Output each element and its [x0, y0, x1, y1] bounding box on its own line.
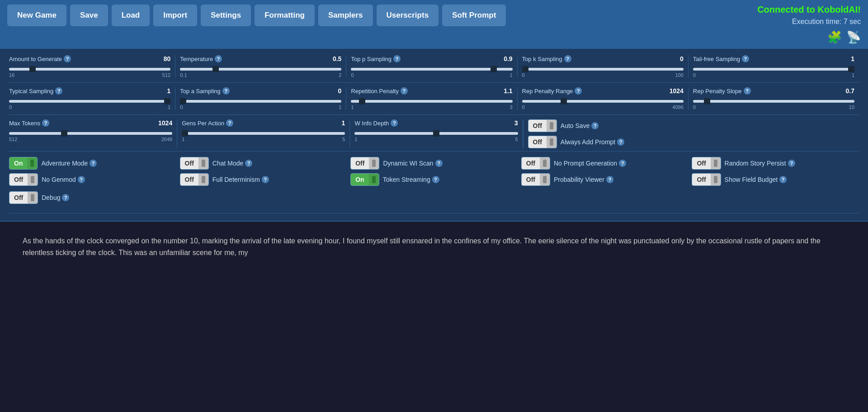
import-button[interactable]: Import	[153, 5, 197, 26]
help-icon[interactable]: ?	[64, 55, 71, 62]
help-icon[interactable]: ?	[42, 119, 49, 127]
toggle-auto-save[interactable]: Off	[528, 119, 557, 132]
slider-track[interactable]	[522, 100, 684, 103]
slider-value: 80	[164, 55, 171, 62]
help-icon[interactable]: ?	[575, 87, 582, 95]
help-icon-full-determinism[interactable]: ?	[262, 176, 269, 183]
slider-range: 0100	[522, 72, 684, 78]
samplers-button[interactable]: Samplers	[318, 5, 373, 26]
slider-track[interactable]	[351, 68, 512, 71]
toggle-label-debug: Debug ?	[42, 194, 69, 201]
help-icon-show-field-budget[interactable]: ?	[779, 176, 787, 183]
slider-value: 0.7	[846, 87, 854, 95]
slider-range: 01	[9, 104, 170, 110]
toggles-row-2: OffNo Genmod ?OffFull Determinism ?OnTok…	[9, 173, 859, 186]
divider-2	[9, 213, 859, 213]
puzzle-icon[interactable]: 🧩	[827, 30, 842, 44]
help-icon-no-genmod[interactable]: ?	[78, 176, 85, 183]
toggle-show-field-budget[interactable]: Off	[692, 173, 721, 186]
help-icon[interactable]: ?	[391, 119, 398, 127]
slider-label: Max Tokens ?	[9, 119, 49, 127]
slider-value: 0	[338, 87, 342, 95]
formatting-button[interactable]: Formatting	[255, 5, 315, 26]
slider-track[interactable]	[180, 68, 341, 71]
save-button[interactable]: Save	[70, 5, 108, 26]
toggle-always-add-prompt[interactable]: Off	[528, 136, 557, 148]
header: New Game Save Load Import Settings Forma…	[0, 0, 868, 49]
help-icon[interactable]: ?	[742, 55, 749, 62]
broadcast-icon[interactable]: 📡	[846, 30, 861, 44]
slider-gens-per-action: Gens Per Action ?115	[177, 119, 350, 148]
help-icon-random-story[interactable]: ?	[788, 160, 795, 167]
load-button[interactable]: Load	[112, 5, 150, 26]
slider-label: Rep Penalty Slope ?	[693, 87, 751, 95]
slider-track[interactable]	[180, 100, 341, 103]
toggle-group-dynamic-wi-scan: OffDynamic WI Scan ?	[347, 157, 518, 170]
help-icon[interactable]: ?	[564, 55, 571, 62]
toggle-group-chat-mode: OffChat Mode ?	[176, 157, 347, 170]
new-game-button[interactable]: New Game	[7, 5, 66, 26]
slider-label: Amount to Generate ?	[9, 55, 71, 62]
slider-track[interactable]	[693, 100, 854, 103]
help-icon-debug[interactable]: ?	[62, 194, 69, 201]
help-icon-dynamic-wi-scan[interactable]: ?	[435, 160, 443, 167]
toggle-no-prompt-gen[interactable]: Off	[521, 157, 550, 170]
slider-rep-penalty-slope: Rep Penalty Slope ?0.7010	[689, 87, 859, 110]
slider-value: 3	[514, 119, 518, 127]
soft-prompt-button[interactable]: Soft Prompt	[442, 5, 506, 26]
help-icon[interactable]: ?	[401, 87, 408, 95]
help-icon[interactable]: ?	[55, 87, 62, 95]
slider-track[interactable]	[182, 132, 345, 135]
slider-label: Temperature ?	[180, 55, 222, 62]
toggle-group-token-streaming: OnToken Streaming ?	[347, 173, 518, 186]
divider-1	[9, 151, 859, 152]
help-icon-chat-mode[interactable]: ?	[245, 160, 252, 167]
help-icon[interactable]: ?	[226, 119, 233, 127]
slider-track[interactable]	[354, 132, 518, 135]
help-icon[interactable]: ?	[215, 55, 222, 62]
help-icon-token-streaming[interactable]: ?	[432, 176, 439, 183]
toggle-group-always-add-prompt: OffAlways Add Prompt ?	[528, 136, 854, 148]
slider-track[interactable]	[9, 132, 172, 135]
toggle-debug[interactable]: Off	[9, 191, 38, 204]
slider-temperature: Temperature ?0.50.12	[175, 55, 346, 78]
extra-toggles: OffAuto Save ?OffAlways Add Prompt ?	[523, 119, 859, 148]
toggle-adventure-mode[interactable]: On	[9, 157, 38, 170]
toggle-label-chat-mode: Chat Mode ?	[212, 160, 252, 167]
slider-top-k-sampling: Top k Sampling ?00100	[518, 55, 689, 78]
slider-value: 1	[167, 87, 170, 95]
userscripts-button[interactable]: Userscripts	[377, 5, 439, 26]
toggle-dynamic-wi-scan[interactable]: Off	[350, 157, 379, 170]
slider-label: Tail-free Sampling ?	[693, 55, 749, 62]
help-icon[interactable]: ?	[393, 55, 401, 62]
toggle-probability-viewer[interactable]: Off	[521, 173, 550, 186]
help-icon[interactable]: ?	[744, 87, 751, 95]
toggle-chat-mode[interactable]: Off	[180, 157, 209, 170]
slider-track[interactable]	[9, 68, 170, 71]
slider-value: 1.1	[504, 87, 512, 95]
sliders-row-2: Typical Sampling ?101Top a Sampling ?001…	[9, 87, 859, 115]
slider-track[interactable]	[9, 100, 170, 103]
help-icon-always-add-prompt[interactable]: ?	[617, 138, 624, 146]
nav-buttons: New Game Save Load Import Settings Forma…	[7, 5, 740, 26]
execution-time: Execution time: 7 sec	[792, 18, 861, 26]
connected-status: Connected to KoboldAI!	[757, 5, 861, 15]
toggle-random-story[interactable]: Off	[692, 157, 721, 170]
toggles-row-1: OnAdventure Mode ?OffChat Mode ?OffDynam…	[9, 157, 859, 170]
help-icon-auto-save[interactable]: ?	[591, 122, 599, 129]
settings-button[interactable]: Settings	[201, 5, 251, 26]
help-icon-no-prompt-gen[interactable]: ?	[619, 160, 626, 167]
help-icon-probability-viewer[interactable]: ?	[606, 176, 613, 183]
slider-track[interactable]	[351, 100, 512, 103]
help-icon-adventure-mode[interactable]: ?	[90, 160, 97, 167]
slider-value: 1024	[158, 119, 172, 127]
toggle-token-streaming[interactable]: On	[350, 173, 379, 186]
slider-track[interactable]	[693, 68, 854, 71]
toggle-no-genmod[interactable]: Off	[9, 173, 38, 186]
slider-w-info-depth: W Info Depth ?315	[350, 119, 523, 148]
slider-range: 04096	[522, 104, 684, 110]
help-icon[interactable]: ?	[222, 87, 230, 95]
slider-repetition-penalty: Repetition Penalty ?1.113	[346, 87, 517, 110]
toggle-full-determinism[interactable]: Off	[180, 173, 209, 186]
slider-track[interactable]	[522, 68, 684, 71]
